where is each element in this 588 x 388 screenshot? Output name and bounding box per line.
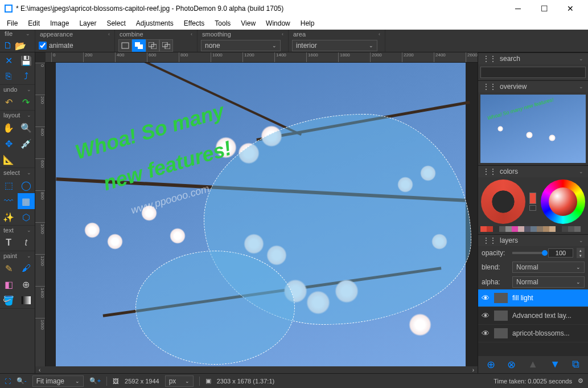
color-swatch[interactable] [499, 226, 505, 232]
close-button[interactable]: ✕ [557, 0, 583, 17]
combine-subtract-icon[interactable] [146, 39, 159, 52]
layer-item[interactable]: 👁 Advanced text lay... [478, 307, 588, 325]
chevron-down-icon[interactable]: ⌄ [27, 253, 31, 259]
menu-view[interactable]: View [236, 18, 260, 28]
color-swatch[interactable] [568, 226, 574, 232]
maximize-button[interactable]: ☐ [531, 0, 557, 17]
chevron-down-icon[interactable]: ⌄ [27, 227, 31, 233]
poly-select-icon[interactable]: ⬡ [18, 209, 35, 225]
chevron-down-icon[interactable]: ⌄ [26, 31, 30, 36]
menu-file[interactable]: File [2, 18, 22, 28]
free-select-icon[interactable]: ▦ [18, 193, 35, 209]
chevron-down-icon[interactable]: ⌄ [579, 56, 583, 62]
unit-dropdown[interactable]: px⌄ [165, 375, 194, 387]
chevron-left-icon[interactable]: ‹ [191, 31, 192, 37]
color-swatch[interactable] [531, 226, 537, 232]
hand-tool-icon[interactable]: ✋ [0, 120, 18, 136]
layer-merge-icon[interactable]: ⧉ [572, 358, 579, 371]
search-input[interactable] [480, 67, 586, 78]
visibility-eye-icon[interactable]: 👁 [482, 311, 490, 320]
color-swatch[interactable] [537, 226, 543, 232]
blend-dropdown[interactable]: Normal⌄ [512, 262, 585, 273]
alpha-dropdown[interactable]: Normal⌄ [512, 276, 585, 288]
color-swatch[interactable] [556, 226, 562, 232]
color-wheel-shade[interactable] [481, 179, 525, 224]
canvas-scrollbar[interactable]: ‹ › [35, 366, 478, 373]
grip-icon[interactable]: ⋮⋮ [483, 55, 496, 63]
scroll-left-icon[interactable]: ‹ [39, 367, 40, 373]
combine-add-icon[interactable] [132, 39, 146, 52]
canvas[interactable]: Whoa! So many new features! www.ppoooo.c… [46, 63, 478, 366]
menu-tools[interactable]: Tools [210, 18, 235, 28]
text-advanced-icon[interactable]: t [18, 235, 35, 251]
chevron-left-icon[interactable]: ‹ [379, 31, 380, 37]
layer-add-icon[interactable]: ⊕ [487, 358, 495, 371]
fg-color-swatch[interactable] [529, 193, 536, 204]
undo-icon[interactable]: ↶ [0, 94, 18, 110]
grip-icon[interactable]: ⋮⋮ [483, 168, 496, 175]
chevron-left-icon[interactable]: ‹ [282, 31, 283, 37]
menu-help[interactable]: Help [296, 18, 319, 28]
chevron-down-icon[interactable]: ⌄ [27, 87, 31, 92]
chevron-down-icon[interactable]: ⌄ [579, 238, 583, 243]
chevron-down-icon[interactable]: ⌄ [579, 169, 583, 174]
zoom-in-icon[interactable]: 🔍+ [89, 377, 101, 385]
fit-screen-icon[interactable]: ⛶ [5, 378, 11, 385]
redo-icon[interactable]: ↷ [18, 94, 35, 110]
zoom-tool-icon[interactable]: 🔍 [18, 120, 35, 136]
brush-tool-icon[interactable]: 🖌 [18, 260, 35, 276]
eyedropper-tool-icon[interactable]: 💉 [18, 136, 35, 152]
combine-replace-icon[interactable] [118, 39, 132, 52]
save-copy-icon[interactable]: ⎘ [0, 68, 18, 84]
color-swatch[interactable] [512, 226, 518, 232]
new-file-icon[interactable]: 🗋 [3, 38, 13, 54]
grip-icon[interactable]: ⋮⋮ [483, 83, 496, 91]
export-icon[interactable]: ⤴ [18, 68, 35, 84]
color-swatch[interactable] [518, 226, 524, 232]
color-swatch[interactable] [574, 226, 581, 232]
menu-layer[interactable]: Layer [75, 18, 101, 28]
measure-tool-icon[interactable]: 📐 [0, 152, 18, 168]
clone-tool-icon[interactable]: ⊕ [18, 276, 35, 292]
selection-region[interactable] [135, 251, 295, 365]
wand-select-icon[interactable]: ✨ [0, 209, 18, 225]
opacity-slider[interactable] [512, 252, 545, 254]
color-swatch[interactable] [543, 226, 549, 232]
color-swatch[interactable] [549, 226, 556, 232]
combine-intersect-icon[interactable] [159, 39, 173, 52]
ellipse-select-icon[interactable]: ◯ [18, 177, 35, 193]
crop-tool-icon[interactable] [18, 152, 35, 168]
opacity-up-icon[interactable]: ▴ [577, 248, 585, 253]
status-menu-icon[interactable]: ⚙ [578, 377, 583, 385]
chevron-down-icon[interactable]: ⌄ [579, 84, 583, 89]
color-wheel-hue[interactable] [541, 179, 585, 224]
minimize-button[interactable]: ─ [505, 0, 531, 17]
scroll-right-icon[interactable]: › [472, 367, 474, 373]
color-swatch[interactable] [505, 226, 512, 232]
chevron-down-icon[interactable]: ⌄ [27, 170, 31, 175]
layer-delete-icon[interactable]: ⊗ [507, 358, 516, 371]
eraser-tool-icon[interactable]: ◧ [0, 276, 18, 292]
close-image-icon[interactable]: ✕ [0, 52, 18, 68]
menu-select[interactable]: Select [102, 18, 130, 28]
animate-checkbox[interactable] [39, 42, 47, 50]
layer-up-icon[interactable]: ▲ [528, 358, 538, 371]
zoom-dropdown[interactable]: Fit image⌄ [32, 375, 84, 387]
color-swatch[interactable] [524, 226, 531, 232]
layer-item[interactable]: 👁 apricot-blossoms... [478, 325, 588, 342]
gradient-tool-icon[interactable] [18, 292, 35, 308]
menu-effects[interactable]: Effects [179, 18, 209, 28]
smoothing-dropdown[interactable]: none⌄ [201, 40, 281, 51]
visibility-eye-icon[interactable]: 👁 [482, 329, 490, 338]
color-swatch[interactable] [493, 226, 499, 232]
lasso-select-icon[interactable]: 〰 [0, 193, 18, 209]
zoom-out-icon[interactable]: 🔍- [17, 377, 27, 385]
color-swatch[interactable] [480, 226, 487, 232]
color-swatch[interactable] [562, 226, 568, 232]
pencil-tool-icon[interactable]: ✎ [0, 260, 18, 276]
opacity-down-icon[interactable]: ▾ [577, 253, 585, 258]
opacity-input[interactable] [548, 248, 573, 258]
layer-item[interactable]: 👁 fill light [478, 289, 588, 307]
area-dropdown[interactable]: interior⌄ [292, 40, 377, 51]
menu-edit[interactable]: Edit [23, 18, 44, 28]
